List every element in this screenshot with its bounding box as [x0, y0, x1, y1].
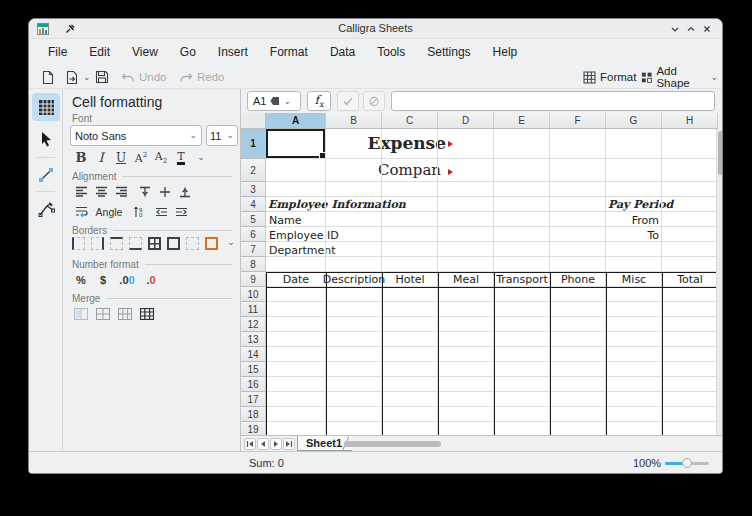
selection-tool-button[interactable]	[32, 125, 60, 153]
menu-settings[interactable]: Settings	[416, 42, 481, 62]
align-bottom-button[interactable]	[176, 183, 194, 200]
superscript-button[interactable]: A2	[132, 149, 150, 166]
row-header-3[interactable]: 3	[241, 182, 266, 197]
border-none-button[interactable]	[186, 237, 199, 250]
row-header-17[interactable]: 17	[241, 392, 266, 407]
subscript-button[interactable]: A2	[152, 149, 170, 166]
cell-selection[interactable]	[266, 129, 325, 158]
font-family-select[interactable]: Noto Sans ⌄	[70, 125, 202, 146]
menu-data[interactable]: Data	[319, 42, 366, 62]
align-center-button[interactable]	[92, 183, 110, 200]
angle-button[interactable]: Angle	[92, 203, 126, 220]
precision-increase-button[interactable]: .00	[116, 271, 138, 288]
indent-more-button[interactable]	[172, 203, 190, 220]
font-more-chevron-icon[interactable]: ⌄	[192, 149, 210, 166]
sheet-grid[interactable]: Expense Compan Employee Information Pay …	[266, 129, 718, 437]
row-header-10[interactable]: 10	[241, 287, 266, 302]
align-top-button[interactable]	[136, 183, 154, 200]
row-header-5[interactable]: 5	[241, 212, 266, 227]
menu-view[interactable]: View	[121, 42, 169, 62]
redo-button[interactable]: Redo	[175, 67, 229, 87]
open-dropdown-chevron-icon[interactable]: ⌄	[83, 73, 91, 82]
next-sheet-button[interactable]	[270, 438, 282, 450]
row-header-9[interactable]: 9	[241, 272, 266, 287]
column-header-D[interactable]: D	[438, 113, 494, 129]
border-color-button[interactable]	[205, 237, 218, 250]
font-size-select[interactable]: 11 ⌄	[206, 125, 238, 146]
border-left-button[interactable]	[72, 237, 85, 250]
function-button[interactable]: fx	[307, 91, 331, 111]
vertical-scrollbar[interactable]	[716, 129, 723, 437]
row-header-16[interactable]: 16	[241, 377, 266, 392]
menu-format[interactable]: Format	[259, 42, 319, 62]
font-color-button[interactable]: T	[172, 149, 190, 166]
row-header-13[interactable]: 13	[241, 332, 266, 347]
menu-help[interactable]: Help	[482, 42, 529, 62]
border-bottom-button[interactable]	[129, 237, 142, 250]
cancel-formula-button[interactable]	[363, 91, 385, 111]
border-all-button[interactable]	[148, 237, 161, 250]
merge-horizontal-button[interactable]	[94, 305, 112, 322]
column-header-A[interactable]: A	[266, 113, 326, 129]
italic-button[interactable]: I	[92, 149, 110, 166]
dissolve-merge-button[interactable]	[138, 305, 156, 322]
bold-button[interactable]: B	[72, 149, 90, 166]
cell-tool-button[interactable]	[32, 93, 60, 121]
column-header-B[interactable]: B	[326, 113, 382, 129]
column-header-E[interactable]: E	[494, 113, 550, 129]
border-top-button[interactable]	[110, 237, 123, 250]
first-sheet-button[interactable]	[244, 438, 256, 450]
menu-file[interactable]: File	[37, 42, 78, 62]
align-middle-button[interactable]	[156, 183, 174, 200]
save-button[interactable]	[91, 67, 113, 87]
formula-input[interactable]	[391, 91, 715, 111]
menu-tools[interactable]: Tools	[366, 42, 416, 62]
precision-decrease-button[interactable]: .0	[142, 271, 160, 288]
row-header-12[interactable]: 12	[241, 317, 266, 332]
format-button[interactable]: Format	[579, 67, 640, 87]
cell-reference-box[interactable]: A1 ⌄	[247, 91, 301, 111]
titlebar[interactable]: Calligra Sheets	[29, 19, 722, 39]
row-header-15[interactable]: 15	[241, 362, 266, 377]
maximize-button[interactable]	[684, 22, 698, 36]
underline-button[interactable]: U	[112, 149, 130, 166]
currency-format-button[interactable]: $	[94, 271, 112, 288]
accept-formula-button[interactable]	[337, 91, 359, 111]
align-right-button[interactable]	[112, 183, 130, 200]
border-right-button[interactable]	[91, 237, 104, 250]
borders-more-chevron-icon[interactable]: ⌄	[222, 234, 240, 251]
menu-insert[interactable]: Insert	[207, 42, 259, 62]
path-tool-button[interactable]	[32, 195, 60, 223]
row-header-11[interactable]: 11	[241, 302, 266, 317]
merge-cells-button[interactable]	[72, 305, 90, 322]
vertical-scrollbar-thumb[interactable]	[718, 131, 723, 175]
row-header-2[interactable]: 2	[241, 159, 266, 182]
previous-sheet-button[interactable]	[257, 438, 269, 450]
align-left-button[interactable]	[72, 183, 90, 200]
row-header-14[interactable]: 14	[241, 347, 266, 362]
last-sheet-button[interactable]	[283, 438, 295, 450]
menu-edit[interactable]: Edit	[78, 42, 121, 62]
row-header-4[interactable]: 4	[241, 197, 266, 212]
add-shape-button[interactable]: Add Shape ⌄	[637, 67, 722, 87]
merge-vertical-button[interactable]	[116, 305, 134, 322]
border-outline-button[interactable]	[167, 237, 180, 250]
column-header-C[interactable]: C	[382, 113, 438, 129]
row-header-6[interactable]: 6	[241, 227, 266, 242]
select-all-corner[interactable]	[241, 113, 266, 129]
percent-format-button[interactable]: %	[72, 271, 90, 288]
undo-button[interactable]: Undo	[117, 67, 171, 87]
row-header-7[interactable]: 7	[241, 242, 266, 257]
wrap-text-button[interactable]	[72, 203, 90, 220]
row-header-18[interactable]: 18	[241, 407, 266, 422]
vertical-text-button[interactable]: 90	[130, 203, 148, 220]
new-document-button[interactable]	[37, 67, 59, 87]
open-document-button[interactable]: ⌄	[61, 67, 95, 87]
column-header-G[interactable]: G	[606, 113, 662, 129]
column-header-F[interactable]: F	[550, 113, 606, 129]
column-header-H[interactable]: H	[662, 113, 718, 129]
indent-less-button[interactable]	[152, 203, 170, 220]
line-tool-button[interactable]	[32, 161, 60, 189]
zoom-slider[interactable]	[665, 462, 709, 465]
row-header-8[interactable]: 8	[241, 257, 266, 272]
